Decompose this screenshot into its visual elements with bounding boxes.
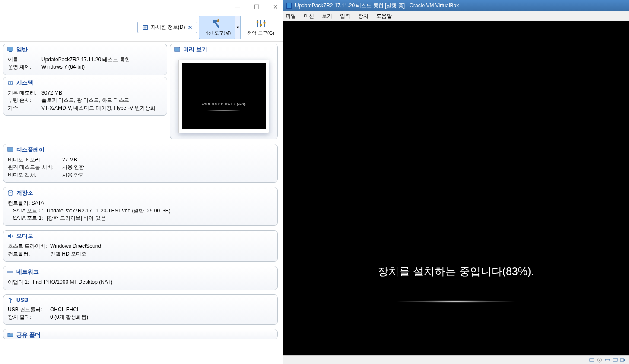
section-audio-header[interactable]: 오디오: [3, 231, 277, 242]
menu-view[interactable]: 보기: [322, 13, 332, 20]
svg-rect-15: [10, 82, 11, 84]
preview-thumbnail[interactable]: 장치를 설치하는 중입니다(83%).: [178, 60, 269, 133]
detail-info-button[interactable]: 자세한 정보(D) ✕: [137, 22, 197, 33]
audio-icon: [7, 233, 14, 240]
port0-value: UpdatePack7R2-17.11.20-TEST.vhd (일반, 25.…: [47, 207, 171, 215]
section-system: 시스템 기본 메모리:3072 MB 부팅 순서:플로피 디스크, 광 디스크,…: [3, 77, 167, 116]
svg-point-37: [591, 360, 591, 361]
status-optical-icon[interactable]: [597, 357, 603, 363]
section-usb-title: USB: [16, 297, 28, 303]
section-network: 네트워크 어댑터 1:Intel PRO/1000 MT Desktop (NA…: [3, 266, 278, 290]
section-network-header[interactable]: 네트워크: [3, 266, 277, 278]
computer-icon: [7, 46, 14, 53]
status-network-icon[interactable]: [604, 357, 610, 363]
port0-label: SATA 포트 0:: [13, 207, 47, 215]
display-icon: [7, 146, 14, 153]
svg-point-32: [9, 298, 10, 298]
svg-point-29: [11, 272, 12, 272]
svg-rect-41: [613, 358, 617, 361]
folder-icon: [7, 332, 14, 339]
video-mem-value: 27 MB: [62, 156, 77, 164]
section-general-title: 일반: [16, 46, 28, 54]
section-preview-header[interactable]: 미리 보기: [170, 44, 277, 55]
maximize-button[interactable]: ☐: [253, 3, 260, 10]
section-shared-folders: 공유 폴더: [3, 329, 278, 339]
detail-close-icon[interactable]: ✕: [188, 25, 192, 31]
vm-menubar: 파일 머신 보기 입력 장치 도움말: [283, 11, 629, 21]
section-storage-header[interactable]: 저장소: [3, 187, 277, 199]
svg-rect-33: [11, 299, 12, 300]
svg-point-8: [256, 21, 258, 23]
virtualbox-manager-window: ─ ☐ ✕ 자세한 정보(D) ✕ 머신 도구(M) ▼ 전역 도구(G): [0, 0, 283, 364]
vm-screen[interactable]: 장치를 설치하는 중입니다(83%).: [283, 21, 629, 355]
adapter-value: Intel PRO/1000 MT Desktop (NAT): [33, 279, 112, 286]
section-audio-title: 오디오: [16, 232, 33, 240]
accel-label: 가속:: [8, 104, 41, 112]
virtualbox-icon: [286, 2, 292, 9]
machine-tools-dropdown[interactable]: ▼: [235, 16, 241, 39]
name-label: 이름:: [8, 56, 41, 63]
svg-point-27: [9, 272, 10, 272]
section-display-header[interactable]: 디스플레이: [3, 144, 277, 155]
section-general-header[interactable]: 일반: [3, 44, 167, 55]
vm-titlebar: UpdatePack7R2-17.11.20 테스트 통합 [실행 중] - O…: [283, 0, 629, 11]
chip-icon: [7, 79, 14, 86]
menu-help[interactable]: 도움말: [376, 13, 392, 20]
machine-tools-label: 머신 도구(M): [203, 30, 231, 36]
usb-icon: [7, 297, 14, 304]
svg-point-30: [10, 301, 11, 303]
section-usb-header[interactable]: USB: [3, 295, 277, 305]
svg-point-9: [260, 24, 262, 26]
section-usb: USB USB 컨트롤러:OHCI, EHCI 장치 필터:0 (0개 활성화됨…: [3, 294, 278, 325]
section-shared-header[interactable]: 공유 폴더: [3, 329, 277, 339]
storage-controller: 컨트롤러: SATA: [8, 199, 273, 207]
menu-device[interactable]: 장치: [358, 13, 369, 20]
hammer-icon: [211, 19, 223, 29]
section-storage: 저장소 컨트롤러: SATA SATA 포트 0:UpdatePack7R2-1…: [3, 187, 278, 226]
machine-tools-group: 머신 도구(M) ▼: [199, 16, 241, 39]
capture-value: 사용 안함: [62, 171, 84, 179]
rdp-label: 원격 데스크톱 서버:: [8, 164, 62, 171]
rdp-value: 사용 안함: [62, 164, 84, 171]
status-capture-icon[interactable]: [620, 357, 626, 363]
audio-controller-value: 인텔 HD 오디오: [50, 250, 86, 258]
svg-rect-42: [620, 359, 624, 361]
usb-controller-label: USB 컨트롤러:: [8, 306, 50, 313]
svg-rect-21: [175, 48, 179, 51]
section-display: 디스플레이 비디오 메모리:27 MB 원격 데스크톱 서버:사용 안함 비디오…: [3, 144, 278, 183]
minimize-button[interactable]: ─: [234, 3, 241, 10]
svg-rect-13: [9, 51, 12, 52]
os-label: 운영 체제:: [8, 63, 41, 71]
machine-tools-button[interactable]: 머신 도구(M): [199, 16, 236, 39]
close-button[interactable]: ✕: [272, 3, 279, 10]
details-content: 일반 이름:UpdatePack7R2-17.11.20 테스트 통합 운영 체…: [0, 42, 283, 343]
status-hdd-icon[interactable]: [589, 357, 595, 363]
global-tools-button[interactable]: 전역 도구(G): [242, 16, 279, 39]
toolbar: 자세한 정보(D) ✕ 머신 도구(M) ▼ 전역 도구(G): [0, 13, 283, 42]
section-audio: 오디오 호스트 드라이버:Windows DirectSound 컨트롤러:인텔…: [3, 230, 278, 262]
vm-window: UpdatePack7R2-17.11.20 테스트 통합 [실행 중] - O…: [283, 0, 629, 364]
install-progress-text: 장치를 설치하는 중입니다(83%).: [378, 264, 534, 279]
section-preview: 미리 보기 장치를 설치하는 중입니다(83%).: [170, 44, 278, 139]
svg-rect-36: [590, 359, 594, 361]
section-preview-title: 미리 보기: [183, 46, 207, 54]
section-system-header[interactable]: 시스템: [3, 77, 167, 89]
install-glow: [395, 300, 516, 303]
section-system-title: 시스템: [16, 79, 33, 87]
usb-filter-label: 장치 필터:: [8, 313, 50, 321]
network-icon: [7, 269, 14, 275]
svg-point-25: [8, 190, 13, 192]
usb-controller-value: OHCI, EHCI: [50, 306, 78, 313]
sliders-icon: [255, 19, 267, 29]
menu-machine[interactable]: 머신: [304, 13, 314, 20]
menu-input[interactable]: 입력: [340, 13, 350, 20]
audio-driver-value: Windows DirectSound: [50, 243, 101, 250]
accel-value: VT-X/AMD-V, 네스티드 페이징, Hyper-V 반가상화: [41, 104, 156, 112]
svg-rect-23: [8, 148, 13, 151]
status-display-icon[interactable]: [612, 357, 618, 363]
menu-file[interactable]: 파일: [286, 13, 296, 20]
svg-rect-12: [8, 47, 13, 51]
capture-label: 비디오 캡처:: [8, 171, 62, 179]
storage-icon: [7, 190, 14, 196]
boot-value: 플로피 디스크, 광 디스크, 하드 디스크: [41, 97, 129, 104]
